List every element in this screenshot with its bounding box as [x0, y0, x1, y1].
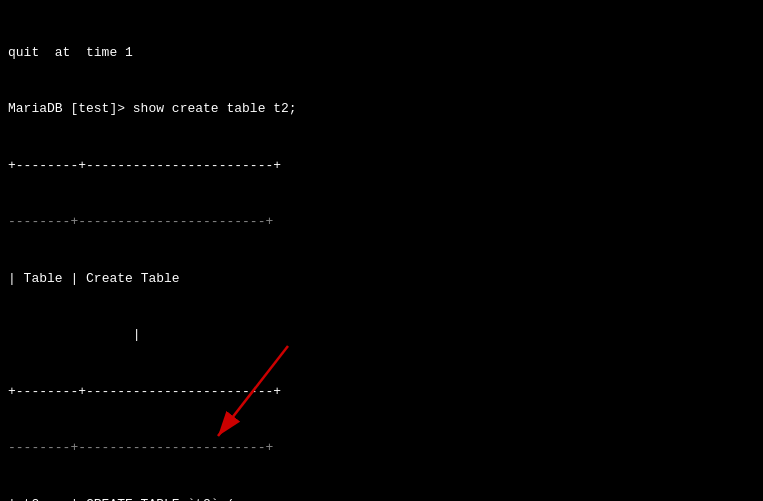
line-border2: --------+------------------------+ — [8, 213, 755, 232]
line-border1: +--------+------------------------+ — [8, 157, 755, 176]
line-show-cmd: MariaDB [test]> show create table t2; — [8, 100, 755, 119]
prompt-show: MariaDB [test]> show create table t2; — [8, 101, 297, 116]
line-t2-row: | t2 | CREATE TABLE `t2` ( — [8, 496, 755, 501]
quit-text: quit at time 1 — [8, 45, 133, 60]
line-border3: +--------+------------------------+ — [8, 383, 755, 402]
col-table: Table — [24, 271, 63, 286]
terminal-container: quit at time 1 MariaDB [test]> show crea… — [8, 6, 755, 501]
line-header2: | — [8, 326, 755, 345]
terminal-output: quit at time 1 MariaDB [test]> show crea… — [8, 6, 755, 501]
line-header1: | Table | Create Table — [8, 270, 755, 289]
line-quit: quit at time 1 — [8, 44, 755, 63]
line-border4: --------+------------------------+ — [8, 439, 755, 458]
